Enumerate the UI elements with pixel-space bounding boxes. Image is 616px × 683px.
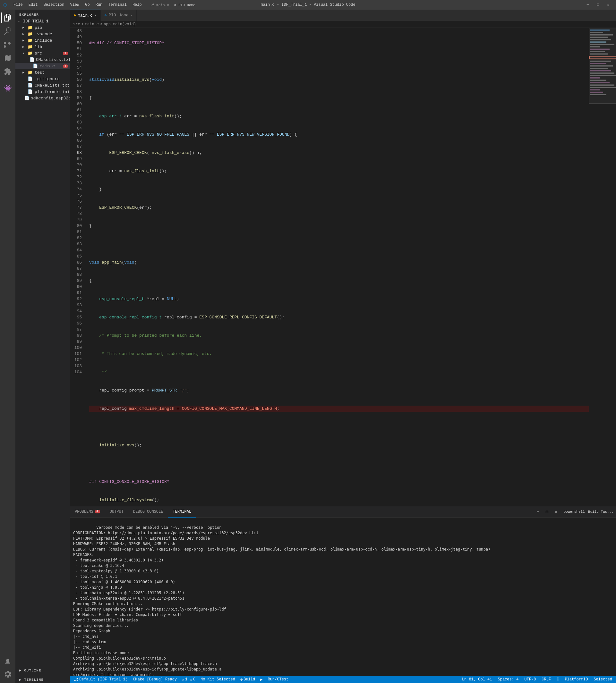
sidebar-item-sdkconfig[interactable]: ▶ 📄 sdkconfig.esp32dev (16, 95, 70, 101)
code-line-61: { (89, 278, 589, 284)
sidebar-item-vscode[interactable]: ▶ 📁 .vscode (16, 31, 70, 37)
close-button[interactable]: ✕ (604, 2, 613, 8)
activity-source-control[interactable] (1, 38, 14, 51)
svg-rect-30 (589, 28, 616, 104)
breadcrumb-mainc[interactable]: main.c (85, 22, 99, 27)
line-100: 100 (70, 345, 84, 351)
tab-modified-dot (74, 15, 76, 16)
sidebar-item-src[interactable]: ▾ 📁 src 1 (16, 50, 70, 56)
panel-add-button[interactable]: + (534, 508, 542, 516)
sidebar-item-cmakeliststxt[interactable]: ▶ 📄 CMakeLists.txt (16, 56, 70, 63)
sidebar-item-test[interactable]: ▶ 📁 test (16, 69, 70, 76)
code-line-67: repl_config.prompt = PROMPT_STR ";"; (89, 387, 589, 393)
code-line-65: * This can be customized, made dynamic, … (89, 351, 589, 357)
status-language-label: C (557, 677, 559, 682)
tab-piohome-close-icon[interactable]: ✕ (131, 14, 132, 17)
title-bar-left: ⬡ File Edit Selection View Go Run Termin… (3, 2, 195, 8)
status-cmake[interactable]: CMake [Debug] Ready (132, 676, 178, 683)
code-line-56: } (89, 186, 589, 192)
sidebar-project-root[interactable]: ▾ IDF_TRIAL_1 (16, 19, 70, 24)
minimize-button[interactable]: ─ (583, 2, 592, 8)
problems-badge: 4 (95, 510, 100, 514)
menu-go[interactable]: Go (83, 2, 92, 8)
breadcrumb-src[interactable]: src (73, 22, 80, 27)
sidebar-item-include[interactable]: ▶ 📁 include (16, 37, 70, 44)
status-encoding[interactable]: UTF-8 (523, 676, 537, 683)
activity-extensions[interactable] (1, 65, 14, 78)
sidebar-item-lib[interactable]: ▶ 📁 lib (16, 44, 70, 50)
status-bar: ⎇ Default (IDF_Trial_1) CMake [Debug] Re… (70, 676, 616, 683)
panel-tab-terminal[interactable]: TERMINAL (168, 506, 196, 518)
line-104: 104 (70, 369, 84, 375)
menu-selection[interactable]: Selection (41, 2, 67, 8)
activity-pio[interactable]: 👾 (1, 82, 14, 95)
status-line-col[interactable]: Ln 81, Col 41 (461, 676, 493, 683)
code-content[interactable]: #endif // CONFIG_STORE_HISTORY static vo… (88, 28, 589, 506)
tab-close-icon[interactable]: ✕ (95, 14, 96, 17)
status-no-kit[interactable]: No Kit Selected (199, 676, 237, 683)
line-67: 67 (70, 144, 84, 150)
activity-search[interactable] (1, 25, 14, 38)
status-run[interactable]: ▶ (259, 676, 264, 683)
build-label[interactable]: Build Tas... (588, 510, 613, 514)
maximize-button[interactable]: □ (594, 2, 602, 8)
sidebar-item-platformioini[interactable]: ▶ 📄 platformio.ini (16, 89, 70, 95)
status-build-label: Build (243, 677, 255, 682)
main-content: main.c ✕ ⊕ PIO Home ✕ src > main.c > app… (70, 9, 616, 683)
menu-help[interactable]: Help (130, 2, 145, 8)
activity-settings[interactable] (1, 668, 14, 680)
branch-icon: ⎇ (74, 677, 78, 682)
pio-home-link[interactable]: ⊕ PIO Home (174, 3, 195, 7)
panel-tab-output[interactable]: OUTPUT (105, 506, 128, 518)
terminal-content[interactable]: Verbose mode can be enabled via '-v, --v… (70, 518, 616, 676)
powershell-label[interactable]: powershell (564, 510, 585, 514)
tab-piohome[interactable]: ⊕ PIO Home ✕ (101, 9, 137, 21)
menu-run[interactable]: Run (93, 2, 105, 8)
status-ctest[interactable]: Run/CTest (266, 676, 290, 683)
status-branch[interactable]: ⎇ Default (IDF_Trial_1) (72, 676, 129, 683)
line-96: 96 (70, 320, 84, 326)
tab-mainc[interactable]: main.c ✕ (70, 9, 101, 21)
menu-edit[interactable]: Edit (26, 2, 40, 8)
line-94: 94 (70, 308, 84, 314)
activity-account[interactable] (1, 654, 14, 667)
panel-tab-problems[interactable]: PROBLEMS 4 (70, 506, 105, 518)
menu-file[interactable]: File (11, 2, 25, 8)
code-line-55: err = nvs_flash_init(); (89, 168, 589, 174)
panel-split-button[interactable]: ⊟ (543, 508, 551, 516)
code-line-58: } (89, 223, 589, 229)
outline-header[interactable]: ▶ OUTLINE (16, 667, 70, 674)
menu-terminal[interactable]: Terminal (106, 2, 129, 8)
code-line-71 (89, 460, 589, 466)
line-84: 84 (70, 247, 84, 253)
sidebar-item-pio[interactable]: ▶ 📁 pio (16, 24, 70, 31)
status-eol[interactable]: CRLF (540, 676, 552, 683)
sidebar-item-mainc[interactable]: ▶ 📄 main.c 1 (16, 63, 70, 69)
line-88: 88 (70, 272, 84, 278)
status-errors[interactable]: ✕ 1 ⚠ 0 (181, 676, 197, 683)
app-container: 👾 EXPLORER ▾ IDF_TRIAL_1 ▶ 📁 pio ▶ 📁 .vs… (0, 9, 616, 683)
panel-close-button[interactable]: ✕ (552, 508, 560, 516)
line-101: 101 (70, 351, 84, 357)
status-build[interactable]: ⚙ Build (239, 676, 256, 683)
status-no-kit-label: No Kit Selected (200, 677, 235, 682)
timeline-header[interactable]: ▶ TIMELINE (16, 676, 70, 683)
status-platformio[interactable]: PlatformIO (564, 676, 589, 683)
line-97: 97 (70, 326, 84, 333)
breadcrumb-function[interactable]: app_main(void) (104, 22, 136, 27)
sidebar-item-gitignore[interactable]: ▶ 📄 .gitignore (16, 76, 70, 82)
line-92: 92 (70, 296, 84, 302)
warning-icon: ⚠ (190, 677, 192, 682)
status-spaces[interactable]: Spaces: 4 (497, 676, 520, 683)
activity-run-debug[interactable] (1, 52, 14, 65)
panel-tab-debug[interactable]: DEBUG CONSOLE (128, 506, 168, 518)
tab-piohome-label: PIO Home (108, 13, 128, 18)
code-line-48: #endif // CONFIG_STORE_HISTORY (89, 40, 589, 46)
line-76: 76 (70, 199, 84, 205)
error-icon: ✕ (182, 677, 184, 682)
status-language[interactable]: C (555, 676, 560, 683)
menu-view[interactable]: View (67, 2, 82, 8)
sidebar-item-cmake2[interactable]: ▶ 📄 CMakeLists.txt (16, 82, 70, 89)
status-cmake-label: CMake [Debug] Ready (133, 677, 177, 682)
activity-explorer[interactable] (1, 11, 14, 24)
